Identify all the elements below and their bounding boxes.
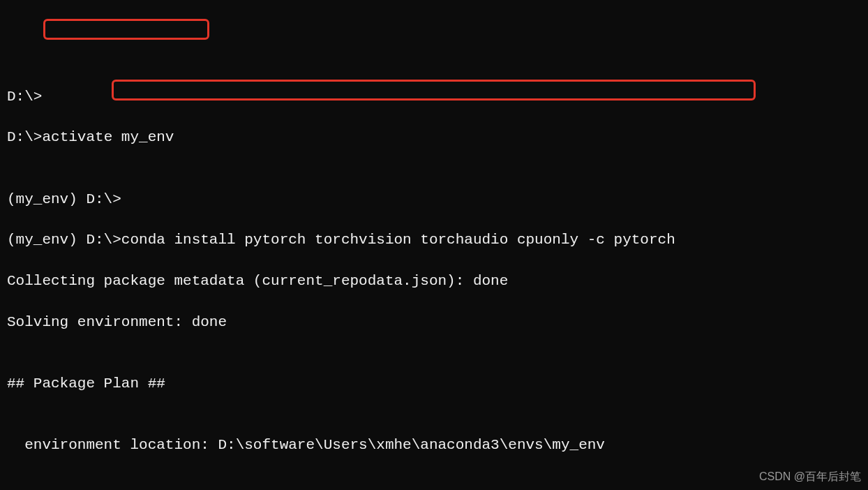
prompt: D:\> <box>7 129 42 145</box>
terminal-line: (my_env) D:\>conda install pytorch torch… <box>7 230 861 250</box>
terminal-line: (my_env) D:\> <box>7 189 861 209</box>
prompt: (my_env) D:\> <box>7 232 121 248</box>
terminal-output: Collecting package metadata (current_rep… <box>7 271 861 291</box>
highlight-box-activate <box>43 19 209 40</box>
prompt: D:\> <box>7 89 42 105</box>
env-location: environment location: D:\software\Users\… <box>7 435 861 455</box>
command-input[interactable]: activate my_env <box>42 129 174 145</box>
terminal-line: D:\> <box>7 87 861 107</box>
prompt: (my_env) D:\> <box>7 191 121 207</box>
package-plan-header: ## Package Plan ## <box>7 373 861 394</box>
command-input[interactable]: conda install pytorch torchvision torcha… <box>121 232 675 248</box>
terminal-output: Solving environment: done <box>7 312 861 332</box>
watermark: CSDN @百年后封笔 <box>759 469 861 484</box>
terminal-line: D:\>activate my_env <box>7 127 861 147</box>
